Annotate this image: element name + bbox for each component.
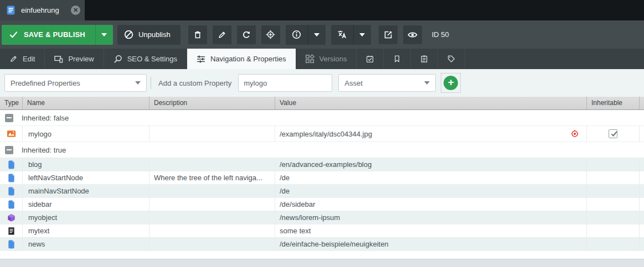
document-type-icon <box>7 160 16 169</box>
pencil-icon <box>9 55 18 63</box>
property-value: /de <box>280 174 290 182</box>
collapse-group-icon[interactable] <box>5 146 13 154</box>
checkmark-icon <box>610 129 619 138</box>
document-type-icon <box>7 240 16 249</box>
grid-empty-area <box>0 251 644 259</box>
delete-button[interactable] <box>188 25 207 44</box>
column-header-value[interactable]: Value <box>275 97 587 109</box>
divider <box>151 77 151 89</box>
document-type-icon <box>7 187 16 196</box>
property-row[interactable]: leftNavStartNode Where the tree of the l… <box>0 171 644 185</box>
property-row[interactable]: mylogo /examples/italy/dsc04344.jpg <box>0 126 644 142</box>
translate-menu-button[interactable] <box>353 25 371 45</box>
property-type-select[interactable]: Asset <box>338 74 436 92</box>
info-button[interactable] <box>286 25 326 45</box>
property-row[interactable]: myobject /news/lorem-ipsum <box>0 211 644 224</box>
tab-label: Preview <box>68 55 94 63</box>
property-row[interactable]: news /de/einfache-beispiele/neuigkeiten <box>0 238 644 251</box>
tab-preview[interactable]: Preview <box>45 49 104 69</box>
tag-icon <box>447 54 455 64</box>
grid-body: Inherited: false mylogo /examples/italy/… <box>0 110 644 251</box>
predefined-properties-value: Predefined Properties <box>11 79 135 87</box>
chevron-down-icon <box>101 33 107 36</box>
open-in-new-button[interactable] <box>379 25 398 44</box>
info-menu-button[interactable] <box>308 25 326 45</box>
group-label: Inherited: true <box>22 146 66 154</box>
group-header: Inherited: false <box>0 110 644 126</box>
translate-button[interactable] <box>331 25 371 45</box>
tab-label: Edit <box>23 55 35 63</box>
unpublish-button[interactable]: Unpublish <box>117 25 181 45</box>
column-header-inheritable[interactable]: Inheritable <box>587 97 640 109</box>
devices-icon <box>54 55 63 64</box>
locate-icon <box>266 30 275 39</box>
tab-tags[interactable] <box>438 49 465 69</box>
tab-edit[interactable]: Edit <box>0 49 45 69</box>
pencil-icon <box>218 30 226 39</box>
property-row[interactable]: mytext some text <box>0 224 644 238</box>
property-row[interactable]: mainNavStartNode /de <box>0 185 644 198</box>
property-value: /news/lorem-ipsum <box>280 213 340 222</box>
chevron-down-icon <box>424 81 430 85</box>
document-tab-einfuehrung[interactable]: einfuehrung ✕ <box>0 0 85 20</box>
inheritable-checkbox[interactable] <box>609 129 617 138</box>
tab-label: Versions <box>320 55 347 63</box>
locate-in-tree-button[interactable] <box>261 25 280 44</box>
collapse-group-icon[interactable] <box>5 114 13 122</box>
tab-notes[interactable] <box>411 49 438 69</box>
document-icon <box>6 6 16 15</box>
text-type-icon <box>7 227 16 235</box>
property-description: Where the tree of the left naviga... <box>154 174 262 182</box>
property-name: mytext <box>28 227 49 235</box>
property-name: blog <box>28 160 42 169</box>
property-value: /de/sidebar <box>280 200 315 208</box>
unpublish-icon <box>124 30 133 39</box>
document-id-label: ID 50 <box>432 30 449 39</box>
status-bar <box>0 259 644 267</box>
open-target-icon[interactable] <box>570 129 579 138</box>
tab-navigation-properties[interactable]: Navigation & Properties <box>187 49 296 69</box>
translate-icon <box>337 30 347 39</box>
grid-header: Type Name Description Value Inheritable <box>0 97 644 110</box>
info-icon <box>292 30 301 39</box>
sliders-icon <box>197 55 205 64</box>
column-header-type[interactable]: Type <box>0 97 23 109</box>
property-value: /de/einfache-beispiele/neuigkeiten <box>280 240 389 248</box>
eye-icon <box>408 30 418 40</box>
tab-schedule[interactable] <box>357 49 384 69</box>
save-publish-button[interactable]: SAVE & PUBLISH <box>2 25 113 45</box>
editor-tab-strip: Edit Preview SEO & Settings Navigation &… <box>0 49 644 69</box>
property-row[interactable]: sidebar /de/sidebar <box>0 198 644 211</box>
rename-button[interactable] <box>213 25 231 44</box>
preview-button[interactable] <box>403 25 422 44</box>
document-type-icon <box>7 174 16 182</box>
property-name: myobject <box>28 213 57 222</box>
reload-button[interactable] <box>237 25 256 44</box>
column-header-name[interactable]: Name <box>23 97 150 109</box>
property-name: mainNavStartNode <box>28 187 89 195</box>
tab-bookmark[interactable] <box>384 49 411 69</box>
save-publish-menu-button[interactable] <box>95 25 113 45</box>
add-property-button-wrap: + <box>441 74 460 92</box>
property-value: /de <box>280 187 290 195</box>
property-name-input[interactable] <box>238 74 332 92</box>
open-external-icon <box>384 30 393 39</box>
predefined-properties-select[interactable]: Predefined Properties <box>4 74 147 92</box>
property-type-value: Asset <box>344 79 424 87</box>
versions-grid-icon <box>305 54 315 64</box>
property-value: /en/advanced-examples/blog <box>280 160 372 169</box>
property-row[interactable]: blog /en/advanced-examples/blog <box>0 158 644 171</box>
column-header-description[interactable]: Description <box>150 97 275 109</box>
add-property-button[interactable]: + <box>444 76 458 90</box>
chevron-down-icon <box>314 33 320 36</box>
property-name: sidebar <box>28 200 52 208</box>
pimcore-window: einfuehrung ✕ SAVE & PUBLISH Unpublish <box>0 0 644 267</box>
chevron-down-icon <box>359 33 365 36</box>
chevron-down-icon <box>135 81 141 85</box>
main-toolbar: SAVE & PUBLISH Unpublish ID 50 <box>0 20 644 49</box>
tab-seo-settings[interactable]: SEO & Settings <box>104 49 187 69</box>
document-type-icon <box>7 200 16 209</box>
property-name: leftNavStartNode <box>28 174 83 182</box>
close-icon[interactable]: ✕ <box>71 6 80 15</box>
tab-versions[interactable]: Versions <box>296 49 357 69</box>
